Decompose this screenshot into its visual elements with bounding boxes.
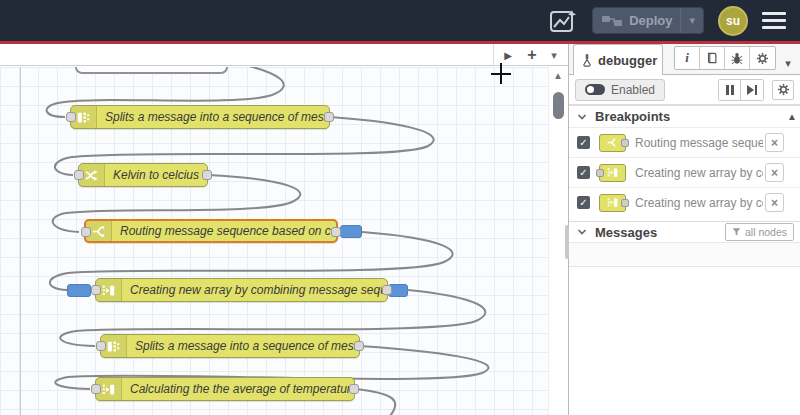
output-port[interactable] <box>324 112 334 122</box>
debug-tab-button[interactable] <box>725 47 750 69</box>
playback-controls <box>718 79 764 101</box>
input-port[interactable] <box>91 285 101 295</box>
remove-breakpoint-button[interactable]: × <box>765 193 784 212</box>
input-port <box>596 169 604 177</box>
flow-list-button[interactable]: ▾ <box>542 44 566 66</box>
breakpoints-section-header[interactable]: Breakpoints ▲ <box>569 105 800 127</box>
menu-bar <box>762 19 786 22</box>
debugger-settings-button[interactable] <box>772 80 794 100</box>
node-label: Splits a message into a sequence of mess… <box>97 106 329 128</box>
breakpoint-marker-input[interactable] <box>67 284 91 297</box>
sidebar-splitter-handle[interactable] <box>565 225 569 259</box>
node-label: Routing message sequence based on condit… <box>112 221 336 241</box>
user-avatar[interactable]: su <box>718 6 748 36</box>
header-bar: Deploy ▾ su <box>0 0 800 41</box>
breakpoint-label: Creating new array by combining message … <box>635 166 763 180</box>
messages-empty-area <box>569 243 800 267</box>
main-menu-button[interactable] <box>762 12 788 29</box>
menu-bar <box>762 12 786 15</box>
list-scroll-up-icon[interactable]: ▲ <box>787 111 797 122</box>
sidebar-tab-buttons: i <box>674 46 776 70</box>
node-red-app: Deploy ▾ su ▶ + ▾ <box>0 0 800 415</box>
add-flow-button[interactable]: + <box>520 44 544 66</box>
breakpoint-label: Creating new array by combining message … <box>635 196 763 210</box>
join-node-mini-icon <box>599 164 626 182</box>
switch-node-mini-icon <box>599 134 626 152</box>
messages-filter-button[interactable]: all nodes <box>725 223 794 241</box>
sidebar-tabs-caret[interactable]: ▾ <box>776 57 800 70</box>
deploy-node-icon <box>602 15 622 27</box>
input-port[interactable] <box>91 384 101 394</box>
gear-icon <box>777 83 790 96</box>
breakpoint-checkbox[interactable]: ✓ <box>577 196 590 209</box>
breakpoint-checkbox[interactable]: ✓ <box>577 166 590 179</box>
deploy-label: Deploy <box>629 13 672 28</box>
step-icon <box>747 85 757 95</box>
output-port[interactable] <box>202 170 212 180</box>
breakpoint-row[interactable]: ✓ Creating new array by combining messag… <box>569 187 800 217</box>
funnel-icon <box>732 227 741 237</box>
output-port <box>621 139 629 147</box>
menu-bar <box>762 26 786 29</box>
breakpoint-row[interactable]: ✓ Creating new array by combining messag… <box>569 157 800 187</box>
close-icon: × <box>771 136 778 150</box>
input-port[interactable] <box>81 227 91 237</box>
deploy-button[interactable]: Deploy ▾ <box>592 7 704 34</box>
debugger-toolbar: Enabled <box>569 75 800 105</box>
toggle-icon <box>585 84 605 95</box>
info-tab-button[interactable]: i <box>675 47 700 69</box>
input-port[interactable] <box>74 170 84 180</box>
chevron-down-icon <box>577 113 587 121</box>
debugger-enabled-toggle[interactable]: Enabled <box>575 79 665 101</box>
output-port[interactable] <box>349 384 359 394</box>
breakpoint-checkbox[interactable]: ✓ <box>577 136 590 149</box>
flask-icon <box>581 54 593 67</box>
remove-breakpoint-button[interactable]: × <box>765 163 784 182</box>
node-label: Calculating the the average of temperatu… <box>122 378 354 400</box>
close-icon: × <box>771 166 778 180</box>
messages-section-header[interactable]: Messages all nodes <box>569 221 800 243</box>
flow-tab-bar: ▶ + ▾ <box>0 44 568 66</box>
scroll-up-arrow[interactable]: ▲ <box>553 70 563 81</box>
node-join-average[interactable]: Calculating the the average of temperatu… <box>95 377 355 401</box>
pause-button[interactable] <box>719 80 741 100</box>
input-port[interactable] <box>96 341 106 351</box>
tab-debugger[interactable]: debugger <box>573 44 663 75</box>
node-change-kelvin[interactable]: Kelvin to celcius <box>78 163 208 187</box>
section-title: Messages <box>595 225 657 240</box>
step-button[interactable] <box>741 80 763 100</box>
output-port[interactable] <box>331 227 341 237</box>
node-split-1[interactable]: Splits a message into a sequence of mess… <box>70 105 330 129</box>
node-join-array[interactable]: Creating new array by combining message … <box>95 278 388 302</box>
output-port[interactable] <box>354 341 364 351</box>
breakpoint-marker-output[interactable] <box>340 225 362 238</box>
flow-canvas[interactable]: Splits a message into a sequence of mess… <box>0 67 568 415</box>
close-icon: × <box>771 196 778 210</box>
config-tab-button[interactable] <box>750 47 775 69</box>
join-node-mini-icon <box>599 194 626 212</box>
section-title: Breakpoints <box>595 109 670 124</box>
book-icon <box>706 52 718 64</box>
workspace: ▶ + ▾ <box>0 44 800 415</box>
node-split-2[interactable]: Splits a message into a sequence of mess… <box>100 334 360 358</box>
output-port[interactable] <box>382 285 392 295</box>
remove-breakpoint-button[interactable]: × <box>765 133 784 152</box>
deploy-caret-icon[interactable]: ▾ <box>681 14 703 27</box>
input-port[interactable] <box>66 112 76 122</box>
wire <box>355 389 395 415</box>
export-image-button[interactable] <box>548 8 578 34</box>
flow-canvas-area: ▶ + ▾ <box>0 44 568 415</box>
gear-icon <box>756 52 769 65</box>
filter-label: all nodes <box>745 226 787 238</box>
offscreen-node-edge[interactable] <box>75 67 228 74</box>
enabled-label: Enabled <box>611 83 655 97</box>
node-switch-routing[interactable]: Routing message sequence based on condit… <box>84 219 338 243</box>
breakpoint-row[interactable]: ✓ Routing message sequence based on cond… <box>569 127 800 157</box>
tab-label: debugger <box>598 53 657 68</box>
scrollbar-thumb[interactable] <box>553 92 564 119</box>
check-icon: ✓ <box>579 197 587 208</box>
node-label: Kelvin to celcius <box>105 164 207 186</box>
bug-icon <box>731 52 743 65</box>
image-sparkle-icon <box>549 8 577 34</box>
help-tab-button[interactable] <box>700 47 725 69</box>
